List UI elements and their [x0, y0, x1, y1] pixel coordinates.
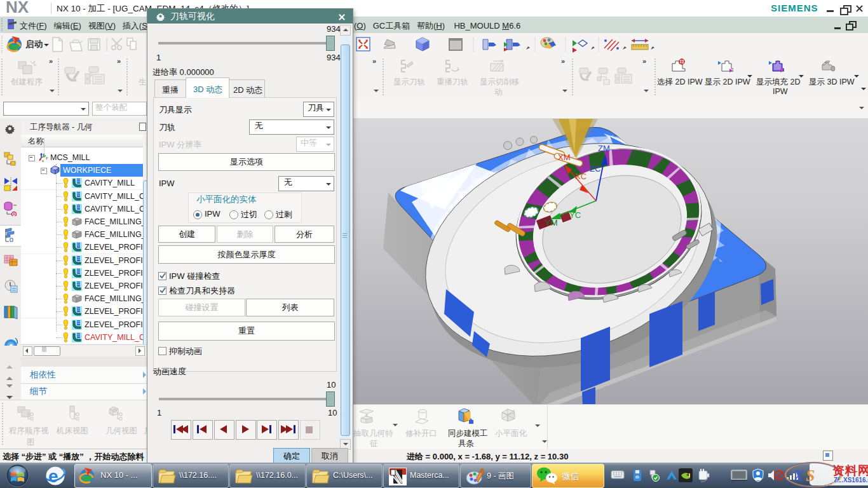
- svg-text:ZM: ZM: [598, 144, 610, 153]
- svg-text:XM: XM: [558, 152, 571, 162]
- svg-text:e: e: [48, 466, 58, 486]
- svg-text:x: x: [42, 159, 44, 163]
- svg-text:YC: YC: [569, 210, 581, 220]
- svg-text:y: y: [46, 156, 48, 159]
- svg-text:X: X: [792, 466, 804, 485]
- svg-text:YM: YM: [545, 218, 558, 227]
- svg-text:XC: XC: [575, 172, 587, 181]
- svg-text:ZC: ZC: [590, 164, 600, 173]
